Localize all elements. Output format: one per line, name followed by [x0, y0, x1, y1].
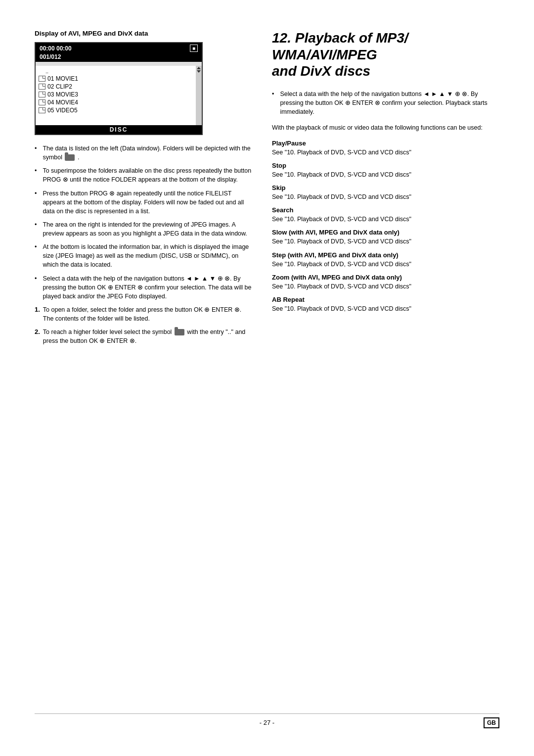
section-body-1: See "10. Playback of DVD, S-VCD and VCD …: [272, 170, 499, 179]
left-bullet-list: The data is listed on the left (Data win…: [35, 144, 252, 301]
chapter-title-line1: Playback of MP3/: [295, 30, 408, 46]
scrollbar-up-icon: [197, 67, 201, 69]
left-numbered-1: 1. To open a folder, select the folder a…: [35, 305, 252, 323]
section-title-2: Skip: [272, 184, 499, 191]
right-section-4: Slow (with AVI, MPEG and DivX data only)…: [272, 229, 499, 246]
right-section-6: Zoom (with AVI, MPEG and DivX data only)…: [272, 274, 499, 291]
chapter-title-line3: and DivX discs: [272, 63, 370, 79]
section-body-2: See "10. Playback of DVD, S-VCD and VCD …: [272, 192, 499, 201]
left-numbered-list: 1. To open a folder, select the folder a…: [35, 305, 252, 346]
section-title-5: Step (with AVI, MPEG and DivX data only): [272, 251, 499, 259]
chapter-title: 12. Playback of MP3/ WMA/AVI/MPEG and Di…: [272, 30, 499, 80]
right-section-0: Play/Pause See "10. Playback of DVD, S-V…: [272, 140, 499, 157]
section-title-6: Zoom (with AVI, MPEG and DivX data only): [272, 274, 499, 281]
left-bullet-5: At the bottom is located the information…: [35, 242, 252, 269]
screen-mockup: 00:00 00:00 ■ 001/012 .. 01 M: [35, 42, 203, 135]
screen-counter: 001/012: [40, 53, 61, 60]
right-sections: Play/Pause See "10. Playback of DVD, S-V…: [272, 140, 499, 313]
section-body-0: See "10. Playback of DVD, S-VCD and VCD …: [272, 148, 499, 157]
screen-time-info: 00:00 00:00: [40, 45, 72, 52]
page-container: Display of AVI, MPEG and DivX data 00:00…: [0, 0, 534, 756]
section-title-1: Stop: [272, 162, 499, 169]
two-column-layout: Display of AVI, MPEG and DivX data 00:00…: [35, 30, 499, 694]
footer: - 27 - GB: [35, 713, 499, 726]
section-title-4: Slow (with AVI, MPEG and DivX data only): [272, 229, 499, 236]
screen-top-bar: 00:00 00:00 ■: [36, 43, 202, 53]
screen-body: .. 01 MOVIE1 02 CLIP2 03 MOVIE3: [36, 66, 202, 125]
scrollbar-down-icon: [197, 70, 201, 73]
right-intro-bullet: Select a data with the help of the navig…: [272, 90, 499, 116]
screen-bottom-bar: DISC: [36, 125, 202, 134]
file-icon-1: [39, 76, 45, 82]
left-bullet-1: The data is listed on the left (Data win…: [35, 144, 252, 162]
list-item-dots: ..: [39, 68, 193, 75]
file-icon-2: [39, 84, 45, 90]
left-numbered-2: 2. To reach a higher folder level select…: [35, 328, 252, 345]
left-column: Display of AVI, MPEG and DivX data 00:00…: [35, 30, 252, 694]
right-section-1: Stop See "10. Playback of DVD, S-VCD and…: [272, 162, 499, 179]
gb-badge: GB: [484, 717, 499, 728]
left-bullet-3: Press the button PROG ⊗ again repeatedly…: [35, 189, 252, 216]
left-bullet-4: The area on the right is intended for th…: [35, 220, 252, 238]
screen-time1: 00:00 00:00: [40, 45, 72, 52]
file-icon-3: [39, 92, 45, 97]
left-section-heading: Display of AVI, MPEG and DivX data: [35, 30, 252, 37]
section-body-3: See "10. Playback of DVD, S-VCD and VCD …: [272, 215, 499, 224]
left-bullet-6: Select a data with the help of the navig…: [35, 274, 252, 301]
list-item-4: 04 MOVIE4: [39, 98, 193, 106]
list-item-3: 03 MOVIE3: [39, 91, 193, 98]
section-body-6: See "10. Playback of DVD, S-VCD and VCD …: [272, 282, 499, 291]
section-body-7: See "10. Playback of DVD, S-VCD and VCD …: [272, 304, 499, 313]
list-item-5: 05 VIDEO5: [39, 106, 193, 114]
section-title-3: Search: [272, 206, 499, 214]
chapter-title-line2: WMA/AVI/MPEG: [272, 47, 377, 62]
list-item-2: 02 CLIP2: [39, 83, 193, 91]
chapter-number: 12.: [272, 30, 291, 46]
left-bullet-2: To superimpose the folders available on …: [35, 166, 252, 184]
screen-list: .. 01 MOVIE1 02 CLIP2 03 MOVIE3: [36, 66, 196, 125]
list-item-1: 01 MOVIE1: [39, 75, 193, 83]
section-title-7: AB Repeat: [272, 296, 499, 303]
section-title-0: Play/Pause: [272, 140, 499, 147]
right-section-5: Step (with AVI, MPEG and DivX data only)…: [272, 251, 499, 269]
right-section-3: Search See "10. Playback of DVD, S-VCD a…: [272, 206, 499, 224]
page-number: - 27 -: [260, 719, 274, 726]
screen-spacer: [36, 62, 202, 66]
section-body-4: See "10. Playback of DVD, S-VCD and VCD …: [272, 237, 499, 246]
right-section-7: AB Repeat See "10. Playback of DVD, S-VC…: [272, 296, 499, 313]
right-intro-bullets: Select a data with the help of the navig…: [272, 90, 499, 116]
right-intro-para: With the playback of music or video data…: [272, 123, 499, 133]
section-body-5: See "10. Playback of DVD, S-VCD and VCD …: [272, 260, 499, 269]
file-icon-5: [39, 107, 45, 113]
right-intro-bullet-text: Select a data with the help of the navig…: [280, 90, 499, 116]
screen-icon: ■: [190, 45, 198, 52]
file-icon-4: [39, 99, 45, 105]
screen-scrollbar: [196, 66, 202, 125]
right-column: 12. Playback of MP3/ WMA/AVI/MPEG and Di…: [272, 30, 499, 694]
right-section-2: Skip See "10. Playback of DVD, S-VCD and…: [272, 184, 499, 201]
